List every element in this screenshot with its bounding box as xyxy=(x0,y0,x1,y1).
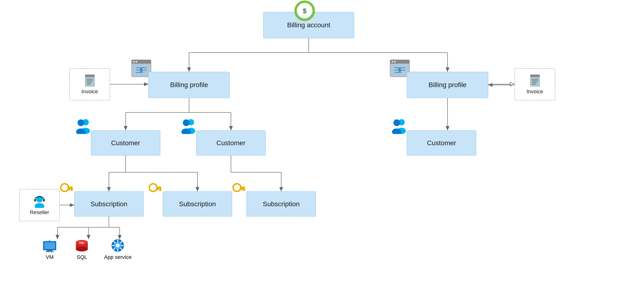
subscription-1-key-icon xyxy=(59,182,74,196)
customer-3-icon xyxy=(390,118,408,135)
svg-point-86 xyxy=(183,120,190,126)
svg-rect-112 xyxy=(46,251,54,252)
customer-1-icon xyxy=(74,118,92,135)
svg-rect-98 xyxy=(160,188,161,191)
sql-service: SQL SQL xyxy=(74,239,90,260)
svg-rect-106 xyxy=(34,199,36,202)
customer-2-label: Customer xyxy=(216,139,245,147)
svg-rect-94 xyxy=(71,188,73,191)
svg-marker-26 xyxy=(279,187,283,192)
billing-profile-left-label: Billing profile xyxy=(170,81,208,89)
svg-marker-6 xyxy=(446,68,450,72)
svg-marker-44 xyxy=(70,203,74,207)
vm-service: VM xyxy=(42,239,58,260)
svg-point-50 xyxy=(133,61,135,62)
billing-profile-right-label: Billing profile xyxy=(428,81,467,89)
app-service-label: App service xyxy=(104,254,132,260)
svg-text:$: $ xyxy=(303,7,306,14)
svg-rect-102 xyxy=(243,188,245,191)
invoice-left-icon xyxy=(83,74,96,87)
invoice-left-label: Invoice xyxy=(81,88,98,95)
sql-label: SQL xyxy=(76,254,87,260)
svg-marker-13 xyxy=(229,126,233,130)
invoice-right-node: Invoice xyxy=(514,68,555,100)
reseller-label: Reseller xyxy=(30,209,49,216)
svg-point-105 xyxy=(35,203,44,208)
billing-account-icon: $ xyxy=(294,0,316,22)
svg-marker-42 xyxy=(488,83,492,87)
svg-point-120 xyxy=(116,244,120,248)
billing-profile-right-node: Billing profile xyxy=(407,72,488,98)
svg-rect-73 xyxy=(530,75,540,77)
svg-rect-101 xyxy=(240,186,245,188)
subscription-1-node: Subscription xyxy=(74,192,144,216)
svg-rect-95 xyxy=(69,188,70,190)
diagram-container: Billing account $ $ Billing profile xyxy=(0,0,644,295)
svg-marker-15 xyxy=(446,126,450,130)
svg-point-90 xyxy=(394,120,400,126)
svg-rect-99 xyxy=(158,188,159,190)
svg-marker-40 xyxy=(510,82,514,86)
billing-profile-left-node: Billing profile xyxy=(148,72,230,98)
svg-point-59 xyxy=(394,61,396,62)
customer-2-icon xyxy=(180,118,198,135)
customer-1-label: Customer xyxy=(111,139,140,147)
subscription-3-label: Subscription xyxy=(263,200,300,208)
invoice-right-icon xyxy=(528,74,542,87)
customer-2-node: Customer xyxy=(196,130,266,156)
vm-label: VM xyxy=(46,254,54,260)
subscription-2-key-icon xyxy=(148,182,162,196)
customer-3-node: Customer xyxy=(407,130,476,156)
svg-rect-107 xyxy=(43,199,45,202)
reseller-icon xyxy=(32,195,47,208)
svg-point-82 xyxy=(78,120,84,126)
subscription-2-label: Subscription xyxy=(179,200,216,208)
svg-marker-3 xyxy=(187,68,191,72)
svg-marker-22 xyxy=(196,187,199,192)
svg-point-51 xyxy=(136,61,137,62)
customer-3-label: Customer xyxy=(427,139,456,147)
subscription-2-node: Subscription xyxy=(163,192,232,216)
invoice-right-label: Invoice xyxy=(526,88,543,95)
svg-rect-97 xyxy=(156,186,161,188)
svg-text:SQL: SQL xyxy=(79,241,85,244)
svg-marker-19 xyxy=(107,187,111,192)
svg-rect-65 xyxy=(85,75,94,77)
customer-1-node: Customer xyxy=(91,130,160,156)
svg-point-92 xyxy=(61,184,68,192)
svg-point-58 xyxy=(392,61,393,62)
svg-point-115 xyxy=(76,247,88,252)
svg-point-100 xyxy=(233,184,241,192)
reseller-node: Reseller xyxy=(19,189,60,221)
subscription-3-key-icon xyxy=(232,182,246,196)
svg-rect-103 xyxy=(241,188,243,190)
invoice-left-node: Invoice xyxy=(70,68,110,100)
app-service-service: App service xyxy=(104,239,132,260)
svg-rect-93 xyxy=(68,186,73,188)
svg-marker-10 xyxy=(124,126,128,130)
subscription-1-label: Subscription xyxy=(90,200,127,208)
svg-rect-109 xyxy=(44,242,55,249)
svg-point-96 xyxy=(149,184,157,192)
svg-marker-38 xyxy=(144,82,148,86)
subscription-3-node: Subscription xyxy=(246,192,316,216)
